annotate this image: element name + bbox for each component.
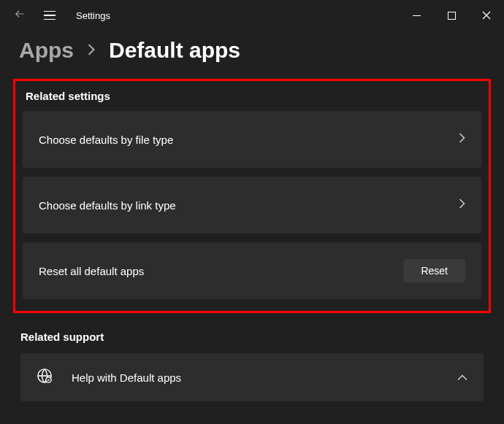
breadcrumb-parent[interactable]: Apps [19, 38, 74, 63]
card-label: Choose defaults by link type [39, 199, 176, 212]
chevron-right-icon [459, 198, 465, 212]
app-title: Settings [76, 10, 110, 21]
maximize-button[interactable] [434, 0, 469, 31]
card-label: Choose defaults by file type [39, 134, 173, 146]
help-default-apps[interactable]: Help with Default apps [20, 353, 484, 401]
reset-all-default-apps: Reset all default apps Reset [23, 242, 481, 299]
svg-rect-0 [413, 15, 421, 16]
support-label: Help with Default apps [72, 371, 181, 384]
card-label: Reset all default apps [39, 265, 144, 277]
hamburger-menu-icon[interactable] [44, 11, 56, 20]
related-settings-highlight: Related settings Choose defaults by file… [13, 79, 491, 313]
reset-button[interactable]: Reset [403, 259, 465, 282]
titlebar-left: Settings [13, 7, 110, 24]
related-support-section: Related support Help with Default apps [20, 331, 484, 401]
support-left: Help with Default apps [37, 368, 181, 387]
chevron-up-icon [457, 371, 467, 384]
chevron-right-icon [87, 42, 96, 59]
related-settings-title: Related settings [23, 90, 481, 111]
titlebar: Settings [0, 0, 504, 31]
minimize-button[interactable] [399, 0, 434, 31]
related-support-title: Related support [20, 331, 484, 343]
window-controls [399, 0, 504, 31]
chevron-right-icon [459, 133, 465, 146]
globe-icon [37, 368, 53, 387]
breadcrumb-current: Default apps [109, 38, 240, 63]
breadcrumb: Apps Default apps [0, 31, 504, 79]
svg-rect-1 [448, 12, 455, 19]
choose-defaults-file-type[interactable]: Choose defaults by file type [23, 111, 481, 168]
back-button[interactable] [13, 7, 26, 24]
choose-defaults-link-type[interactable]: Choose defaults by link type [23, 177, 481, 234]
close-button[interactable] [469, 0, 504, 31]
